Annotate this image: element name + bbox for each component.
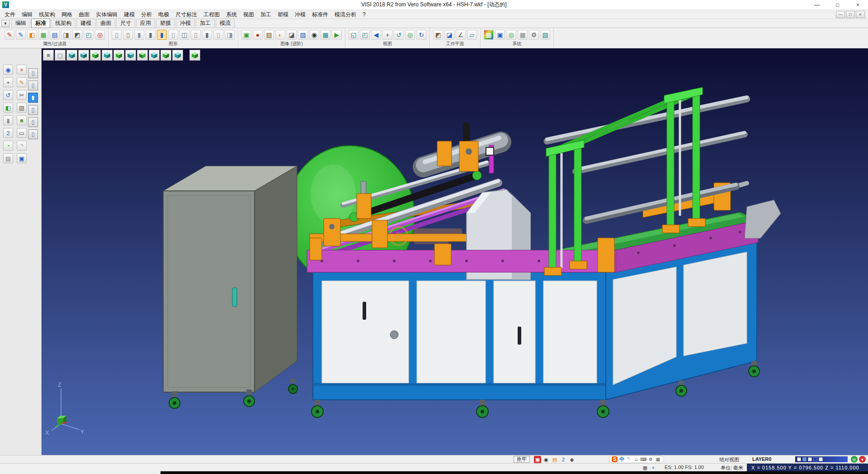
section-view-icon[interactable]: ◫: [179, 30, 189, 40]
layer-color-4[interactable]: [813, 457, 817, 461]
iso-view-button-11[interactable]: [189, 50, 200, 61]
tab-modeling[interactable]: 建模: [76, 19, 95, 28]
material-icon[interactable]: ●: [253, 30, 263, 40]
snap-point-icon[interactable]: +: [3, 77, 13, 87]
cylinder-tool-icon[interactable]: ▮: [3, 115, 13, 125]
filter-points-button[interactable]: ▯: [28, 81, 38, 90]
select-tool-icon[interactable]: ◉: [3, 65, 13, 75]
layer-color-1[interactable]: [797, 457, 801, 461]
view-plan-button[interactable]: ▢: [55, 50, 66, 61]
menu-electrode[interactable]: 电极: [155, 10, 172, 19]
workplane-align-icon[interactable]: ◪: [444, 30, 454, 40]
menu-surface[interactable]: 曲面: [75, 10, 93, 19]
menu-standard-parts[interactable]: 标准件: [309, 10, 331, 19]
globe-settings-icon[interactable]: ◎: [506, 30, 516, 40]
axis-status-icon[interactable]: +: [650, 465, 656, 471]
shaded-edges-style-icon[interactable]: ▮: [146, 30, 156, 40]
menu-analysis[interactable]: 分析: [138, 10, 155, 19]
minimize-button[interactable]: —: [807, 0, 827, 9]
iso-view-button-2[interactable]: [78, 50, 89, 61]
iso-view-button-7[interactable]: [137, 50, 148, 61]
type-filter-icon[interactable]: ◨: [61, 30, 71, 40]
tab-dimension[interactable]: 尺寸: [116, 19, 135, 28]
element-filter-icon[interactable]: ◧: [27, 30, 37, 40]
folder-status-icon[interactable]: ▤: [551, 456, 558, 463]
texture-icon[interactable]: ▨: [264, 30, 274, 40]
tab-wireframe[interactable]: 线架构: [51, 19, 75, 28]
grid-status-icon[interactable]: ▦: [642, 465, 648, 471]
filter-solids-button[interactable]: ▮: [28, 93, 38, 103]
color-palette-icon[interactable]: ▦: [484, 30, 494, 40]
reset-filter-icon[interactable]: ◎: [95, 30, 105, 40]
hatch-tool-icon[interactable]: ▨: [3, 153, 13, 163]
workspace-icon[interactable]: ▧: [540, 30, 550, 40]
mask-filter-icon[interactable]: ◩: [72, 30, 82, 40]
ime-skin-icon[interactable]: ▦: [655, 456, 661, 462]
menu-modeling[interactable]: 建模: [121, 10, 138, 19]
snapshot-icon[interactable]: ▦: [321, 30, 330, 40]
view-menu-button[interactable]: ≡: [43, 50, 54, 61]
mdi-close-button[interactable]: ×: [856, 11, 865, 18]
world-status-icon[interactable]: ◎: [851, 456, 858, 463]
delete-tool-icon[interactable]: ×: [17, 65, 27, 75]
viewport-canvas[interactable]: Z Y X: [42, 48, 868, 455]
taskbar-strip[interactable]: [160, 471, 868, 474]
menu-view[interactable]: 视图: [240, 10, 257, 19]
surface-tool-icon[interactable]: ◔: [3, 141, 13, 151]
tab-flow[interactable]: 模流: [216, 19, 235, 28]
maximize-button[interactable]: □: [827, 0, 848, 9]
copy-properties-icon[interactable]: ✎: [16, 30, 26, 40]
iso-view-button-9[interactable]: [160, 50, 171, 61]
paint-tool-icon[interactable]: ◧: [3, 103, 13, 113]
iso-view-button-5[interactable]: [113, 50, 124, 61]
transparency-icon[interactable]: ▯: [168, 30, 178, 40]
hidden-line-style-icon[interactable]: ▯: [123, 30, 133, 40]
rotate-view-icon[interactable]: ↺: [394, 30, 404, 40]
cube-tool-icon[interactable]: ■: [17, 115, 27, 125]
menu-die[interactable]: 冲模: [292, 10, 309, 19]
curvature-display-icon[interactable]: ▯: [191, 30, 201, 40]
filter-all-button[interactable]: ▯: [28, 68, 38, 78]
menu-flow-analysis[interactable]: 模流分析: [331, 10, 359, 19]
shadow-icon[interactable]: ◪: [287, 30, 297, 40]
dynamic-shading-icon[interactable]: ▮: [157, 30, 167, 40]
active-layer-label[interactable]: LAYER0: [752, 456, 771, 462]
input-mode-status-icon[interactable]: 2: [560, 456, 567, 463]
layer-filter-icon[interactable]: ▤: [50, 30, 60, 40]
iso-view-button-8[interactable]: [149, 50, 160, 61]
menu-system[interactable]: 系统: [223, 10, 240, 19]
zoom-window-icon[interactable]: ◰: [360, 30, 370, 40]
iso-view-button-6[interactable]: [125, 50, 136, 61]
light-display-icon[interactable]: ▯: [213, 30, 223, 40]
mdi-restore-button[interactable]: □: [846, 11, 855, 18]
layer-color-5[interactable]: [819, 457, 823, 461]
menu-machining[interactable]: 加工: [257, 10, 274, 19]
audio-status-icon[interactable]: ◆: [568, 456, 576, 463]
workplane-reset-icon[interactable]: ▱: [467, 30, 477, 40]
tab-application[interactable]: 应用: [136, 19, 155, 28]
tab-standard[interactable]: 标准: [31, 19, 50, 28]
trim-tool-icon[interactable]: ✂: [17, 90, 27, 100]
iso-view-button-4[interactable]: [102, 50, 113, 61]
shaded-style-icon[interactable]: ▮: [134, 30, 144, 40]
mdi-minimize-button[interactable]: —: [836, 11, 845, 18]
camera-icon[interactable]: ◉: [309, 30, 319, 40]
filter-annotations-button[interactable]: ▯: [28, 129, 38, 139]
close-button[interactable]: ×: [848, 0, 868, 9]
iso-view-button-10[interactable]: [172, 50, 183, 61]
menu-file[interactable]: 文件: [1, 10, 19, 19]
ime-emoji-icon[interactable]: ☺: [633, 456, 639, 462]
iso-view-button-1[interactable]: [66, 50, 77, 61]
render-settings-icon[interactable]: ◨: [225, 30, 235, 40]
ime-keyboard-icon[interactable]: ⌨: [641, 456, 646, 462]
color-filter-icon[interactable]: ▦: [38, 30, 48, 40]
refresh-view-icon[interactable]: ↻: [416, 30, 426, 40]
grid-snap-icon[interactable]: ▦: [518, 30, 528, 40]
menu-solid-edit[interactable]: 实体编辑: [93, 10, 121, 19]
tab-edit[interactable]: 编辑: [11, 19, 30, 28]
menu-dimension[interactable]: 尺寸标注: [172, 10, 200, 19]
copy-tool-icon[interactable]: ▣: [17, 153, 27, 163]
modify-properties-icon[interactable]: ✎: [5, 30, 14, 40]
zoom-fit-icon[interactable]: ◱: [349, 30, 359, 40]
record-status-icon[interactable]: ▣: [534, 456, 541, 463]
